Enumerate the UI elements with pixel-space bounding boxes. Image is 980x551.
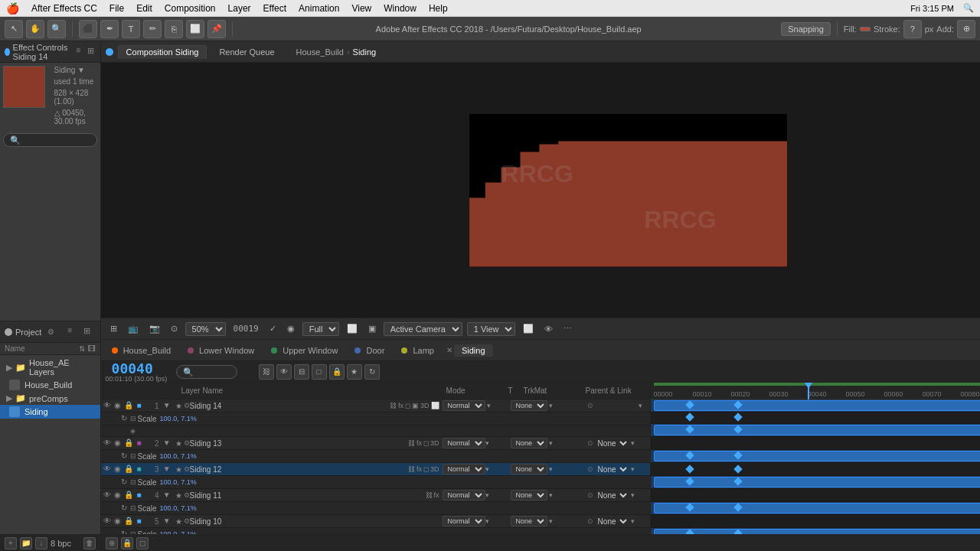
fx-icon-3[interactable]: fx [416, 465, 422, 473]
parent-select-3[interactable]: None [595, 465, 629, 474]
spotlight-icon[interactable]: 🔍 [963, 3, 974, 13]
paint-tool[interactable]: ✏ [143, 20, 162, 38]
mode-select-4[interactable]: Normal [443, 490, 485, 500]
track-select-5[interactable]: None [511, 516, 547, 527]
track-select-4[interactable]: None [511, 490, 547, 500]
3d-3[interactable]: 3D [430, 465, 439, 473]
layer-name-3[interactable]: Siding 12 [190, 465, 408, 474]
triangle-2[interactable]: ▼ [162, 439, 172, 448]
triangle-4[interactable]: ▼ [162, 491, 172, 500]
project-item-siding[interactable]: Siding [0, 405, 100, 419]
comp-eye-btn[interactable]: 👁 [541, 324, 556, 334]
eraser-tool[interactable]: ⬜ [186, 20, 204, 38]
project-item-hae-layers[interactable]: ▶ 📁 House_AE Layers [0, 357, 100, 378]
eye-icon-2[interactable]: 👁 [103, 439, 112, 448]
menu-composition[interactable]: Composition [165, 3, 216, 14]
new-comp-btn[interactable]: + [5, 537, 17, 549]
parent-chain-1[interactable]: ⊙ [587, 402, 593, 409]
lock-icon-5[interactable]: 🔒 [124, 517, 133, 526]
tl-tab-lower-window[interactable]: Lower Window [180, 344, 262, 357]
mode-select-5[interactable]: Normal [443, 516, 485, 527]
track-select-2[interactable]: None [511, 438, 547, 448]
tl-bottom-btn1[interactable]: ⊕ [106, 537, 118, 549]
breadcrumb-parent[interactable]: House_Build [296, 47, 344, 57]
3d-2[interactable]: 3D [430, 439, 439, 447]
lock-prop-2[interactable]: ⛓ [408, 439, 415, 447]
hand-tool[interactable]: ✋ [26, 20, 44, 38]
fill-color[interactable] [860, 27, 871, 31]
selection-tool[interactable]: ↖ [5, 20, 23, 38]
parent-chain-3[interactable]: ⊙ [587, 465, 593, 473]
star-4[interactable]: ★ [175, 491, 182, 500]
tl-btn-shy[interactable]: 👁 [276, 364, 292, 380]
add-dropdown[interactable]: ⊕ [957, 20, 975, 38]
mode-select-3[interactable]: Normal [443, 464, 485, 474]
layer-row-5[interactable]: 👁 ◉ 🔒 ■ 5 ▼ ★ ⚙ Siding 10 Norm [101, 515, 650, 528]
layer-name-2[interactable]: Siding 13 [190, 439, 408, 448]
tl-playhead[interactable] [808, 383, 809, 399]
star-3[interactable]: ★ [175, 465, 182, 474]
track-bar-1[interactable] [654, 400, 980, 411]
tl-tab-lamp-close[interactable]: ✕ [446, 346, 452, 354]
triangle-5[interactable]: ▼ [162, 517, 172, 526]
eye-icon-4[interactable]: 👁 [103, 491, 112, 500]
lock-prop-4[interactable]: ⛓ [426, 491, 433, 499]
track-bar-6[interactable] [654, 529, 980, 534]
menu-effect[interactable]: Effect [263, 3, 286, 14]
star-5[interactable]: ★ [175, 517, 182, 526]
layer-row-1[interactable]: 👁 ◉ 🔒 ■ 1 ▼ ★ ⚙ Siding 14 ⛓ [101, 399, 650, 412]
menu-ae[interactable]: After Effects CC [31, 3, 97, 14]
mode-select-2[interactable]: Normal [443, 438, 485, 448]
project-menu[interactable]: ≡ [68, 326, 80, 338]
fx-icon-1[interactable]: fx [398, 402, 403, 409]
motion-1[interactable]: ◻ [405, 402, 410, 409]
layer-name-5[interactable]: Siding 10 [190, 517, 443, 526]
effect-controls-menu[interactable]: ≡ [77, 46, 84, 58]
pen-tool[interactable]: ✒ [100, 20, 119, 38]
lock-icon-1[interactable]: 🔒 [124, 401, 133, 410]
parent-chain-2[interactable]: ⊙ [587, 439, 593, 447]
layer-name-4[interactable]: Siding 11 [190, 491, 426, 500]
comp-check-btn[interactable]: ✓ [266, 323, 279, 334]
tl-btn-frame[interactable]: ⊟ [294, 364, 309, 380]
menu-animation[interactable]: Animation [299, 3, 339, 14]
comp-render-btn[interactable]: ◉ [284, 323, 298, 334]
adj-1[interactable]: ▣ [412, 402, 419, 409]
project-expand[interactable]: ⊞ [83, 326, 96, 338]
tl-bottom-btn2[interactable]: 🔒 [121, 537, 133, 549]
eye-icon-3[interactable]: 👁 [103, 465, 112, 474]
tl-tab-door[interactable]: Door [347, 344, 392, 357]
parent-select-5[interactable]: None [595, 517, 629, 527]
tl-bottom-btn3[interactable]: ◻ [136, 537, 149, 549]
comp-grid-btn[interactable]: ⊞ [107, 323, 120, 334]
trash-btn[interactable]: 🗑 [83, 537, 96, 549]
tl-tab-siding[interactable]: Siding [454, 344, 493, 357]
clone-tool[interactable]: ⎘ [165, 20, 183, 38]
comp-more-btn[interactable]: ⋯ [560, 323, 575, 334]
solo-icon-2[interactable]: ◉ [113, 439, 122, 448]
track-bar-5[interactable] [654, 503, 980, 514]
menu-help[interactable]: Help [429, 3, 448, 14]
scale-val-1[interactable]: 100.0, 7.1% [160, 415, 197, 422]
solo-icon-3[interactable]: ◉ [113, 465, 122, 474]
stroke-color[interactable]: ? [903, 20, 922, 38]
parent-chain-5[interactable]: ⊙ [587, 517, 593, 525]
star-2[interactable]: ★ [175, 439, 182, 448]
lock-icon-2[interactable]: 🔒 [124, 439, 133, 448]
keyframe-3c[interactable] [685, 465, 694, 473]
comp-view-select[interactable]: 1 View [467, 322, 515, 336]
menu-window[interactable]: Window [384, 3, 416, 14]
parent-chain-4[interactable]: ⊙ [587, 491, 593, 499]
layer-row-3[interactable]: 👁 ◉ 🔒 ■ 3 ▼ ★ ⚙ Siding 12 ⛓ [101, 463, 650, 476]
parent-select-2[interactable]: None [595, 439, 629, 448]
project-item-precomps[interactable]: ▶ 📁 preComps [0, 392, 100, 405]
lock-icon-4[interactable]: 🔒 [124, 491, 133, 500]
tl-tab-house-build[interactable]: House_Build [104, 344, 178, 357]
col-sort[interactable]: ⇅ [79, 344, 85, 353]
refresh-icon-1[interactable]: ↻ [119, 414, 129, 423]
puppet-tool[interactable]: 📌 [207, 20, 226, 38]
import-btn[interactable]: ↓ [35, 537, 47, 549]
triangle-1[interactable]: ▼ [162, 401, 172, 410]
tl-tab-lamp[interactable]: Lamp [394, 344, 442, 357]
tl-ruler[interactable]: 00000 00010 00020 00030 00040 00050 0006… [651, 383, 980, 399]
